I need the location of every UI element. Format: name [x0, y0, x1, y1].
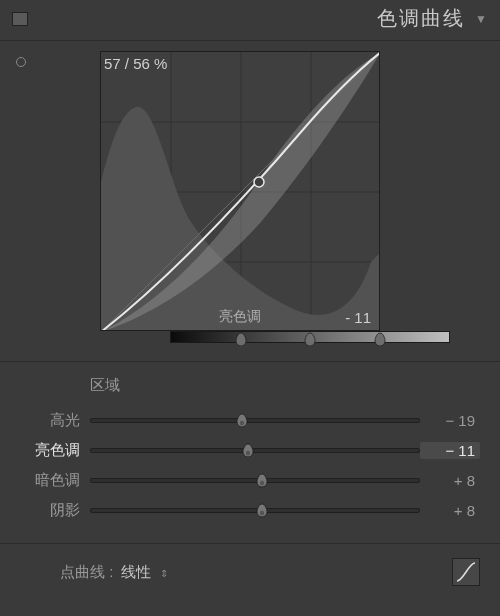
- point-curve-selected: 线性: [121, 563, 151, 580]
- point-curve-label: 点曲线 :: [60, 563, 113, 582]
- slider-thumb[interactable]: [255, 473, 269, 489]
- slider-value[interactable]: − 11: [420, 442, 480, 459]
- panel-header[interactable]: 色调曲线 ▼: [0, 0, 500, 41]
- curve-region-label: 亮色调: [219, 308, 261, 326]
- slider-track[interactable]: [90, 418, 420, 423]
- split-handle-1[interactable]: [303, 332, 317, 346]
- slider-row-1: 亮色调− 11: [20, 435, 480, 465]
- region-section-label: 区域: [90, 376, 480, 395]
- panel-toggle-switch[interactable]: [12, 12, 28, 26]
- slider-track[interactable]: [90, 448, 420, 453]
- panel-title: 色调曲线: [377, 5, 465, 32]
- slider-track[interactable]: [90, 508, 420, 513]
- slider-label: 暗色调: [20, 471, 80, 490]
- slider-thumb[interactable]: [255, 503, 269, 519]
- region-sliders-section: 区域 高光− 19亮色调− 11暗色调+ 8阴影+ 8: [0, 362, 500, 544]
- curve-split-strip[interactable]: [170, 331, 450, 343]
- split-handle-0[interactable]: [234, 332, 248, 346]
- slider-row-2: 暗色调+ 8: [20, 465, 480, 495]
- curve-region-value: - 11: [345, 309, 371, 326]
- collapse-icon[interactable]: ▼: [475, 12, 487, 26]
- slider-thumb[interactable]: [241, 443, 255, 459]
- slider-row-0: 高光− 19: [20, 405, 480, 435]
- tone-curve-panel: 色调曲线 ▼ 57 / 56 %: [0, 0, 500, 616]
- point-curve-select[interactable]: 线性 ⇕: [121, 563, 167, 582]
- slider-label: 亮色调: [20, 441, 80, 460]
- slider-value[interactable]: − 19: [420, 412, 480, 429]
- updown-icon: ⇕: [160, 568, 168, 579]
- slider-label: 阴影: [20, 501, 80, 520]
- split-handle-2[interactable]: [373, 332, 387, 346]
- svg-point-10: [259, 480, 263, 485]
- curve-section: 57 / 56 %: [0, 41, 500, 362]
- svg-point-9: [246, 450, 250, 455]
- point-curve-button[interactable]: [452, 558, 480, 586]
- svg-point-8: [240, 420, 244, 425]
- slider-value[interactable]: + 8: [420, 502, 480, 519]
- slider-thumb[interactable]: [235, 413, 249, 429]
- slider-label: 高光: [20, 411, 80, 430]
- slider-track[interactable]: [90, 478, 420, 483]
- targeted-adjustment-radio[interactable]: [16, 57, 26, 67]
- curve-icon: [455, 561, 477, 583]
- footer: 点曲线 : 线性 ⇕: [0, 544, 500, 600]
- svg-point-11: [259, 510, 263, 515]
- slider-value[interactable]: + 8: [420, 472, 480, 489]
- svg-point-7: [254, 177, 264, 187]
- slider-row-3: 阴影+ 8: [20, 495, 480, 525]
- tone-curve-editor[interactable]: 亮色调 - 11: [100, 51, 380, 331]
- curve-readout: 57 / 56 %: [104, 55, 167, 72]
